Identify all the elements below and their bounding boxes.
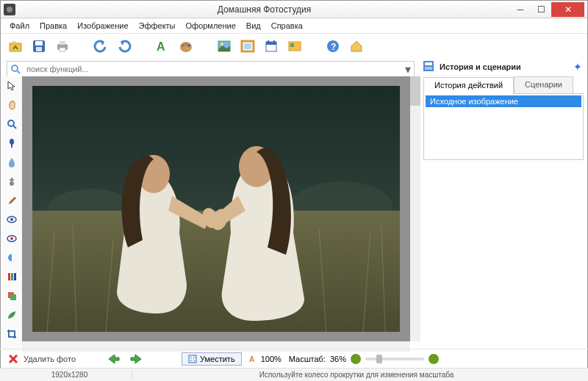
menubar: Файл Правка Изображение Эффекты Оформлен… <box>1 18 587 33</box>
svg-point-27 <box>12 65 18 71</box>
menu-file[interactable]: Файл <box>5 20 34 32</box>
dropper-icon[interactable] <box>5 137 18 150</box>
home-icon[interactable] <box>348 37 365 55</box>
menu-view[interactable]: Вид <box>242 20 265 32</box>
svg-point-32 <box>8 120 14 126</box>
search-box: ▾ <box>7 61 415 77</box>
calendar-icon[interactable] <box>262 37 280 55</box>
status-bar: 1920x1280 Используйте колесо прокрутки д… <box>0 368 588 381</box>
zoom-slider[interactable] <box>365 358 424 360</box>
canvas-area <box>22 76 420 352</box>
svg-rect-4 <box>35 41 43 46</box>
scale-label: Масштаб: <box>289 355 326 363</box>
tab-scenarios[interactable]: Сценарии <box>514 76 573 93</box>
undo-icon[interactable] <box>92 37 110 55</box>
zoom-icon[interactable] <box>5 117 18 131</box>
menu-edit[interactable]: Правка <box>35 20 71 32</box>
menu-help[interactable]: Справка <box>267 20 307 32</box>
history-list: Исходное изображение <box>423 94 584 160</box>
layers-icon[interactable] <box>5 289 18 302</box>
zoom-in-icon[interactable] <box>429 354 439 364</box>
bottom-toolbar: Удалить фото Уместить A 100% Масштаб: 36… <box>0 349 588 368</box>
fit-label: Уместить <box>200 355 235 363</box>
delete-photo-button[interactable]: Удалить фото <box>7 353 76 365</box>
photo-canvas[interactable] <box>32 86 400 332</box>
svg-rect-46 <box>14 273 16 280</box>
redo-icon[interactable] <box>115 37 133 55</box>
svg-point-11 <box>182 44 184 46</box>
svg-text:A: A <box>249 355 254 363</box>
window-title: Домашняя Фотостудия <box>18 4 510 15</box>
svg-rect-38 <box>10 179 14 181</box>
minimize-button[interactable]: ─ <box>510 2 531 17</box>
status-dimensions: 1920x1280 <box>7 371 132 379</box>
status-hint: Используйте колесо прокрутки для изменен… <box>132 371 581 379</box>
crop-icon[interactable] <box>5 327 18 341</box>
fit-button[interactable]: Уместить <box>182 352 242 366</box>
svg-point-12 <box>185 43 187 45</box>
clone-icon[interactable] <box>5 175 18 188</box>
card-icon[interactable] <box>286 37 304 55</box>
blur-icon[interactable] <box>5 156 18 169</box>
next-arrow-icon[interactable] <box>129 351 145 367</box>
svg-text:A: A <box>157 40 165 53</box>
zoom-100-label: 100% <box>261 355 282 363</box>
expand-icon[interactable]: ✦ <box>573 61 582 73</box>
history-panel-icon <box>423 61 435 73</box>
search-input[interactable] <box>24 65 402 73</box>
app-icon <box>4 4 15 15</box>
open-icon[interactable] <box>7 37 24 55</box>
search-icon <box>7 64 24 74</box>
close-button[interactable]: ✕ <box>551 2 584 17</box>
palette-icon[interactable] <box>177 37 195 55</box>
right-panel-header: История и сценарии ✦ <box>423 59 582 75</box>
print-icon[interactable] <box>54 37 71 55</box>
svg-rect-30 <box>425 62 432 65</box>
svg-line-33 <box>13 126 16 128</box>
right-tabs: История действий Сценарии <box>423 76 584 94</box>
search-dropdown-icon[interactable]: ▾ <box>402 62 414 76</box>
svg-rect-31 <box>425 67 432 70</box>
menu-design[interactable]: Оформление <box>182 20 240 32</box>
help-icon[interactable]: ? <box>324 37 342 55</box>
svg-text:?: ? <box>331 42 336 52</box>
history-item[interactable]: Исходное изображение <box>426 95 581 107</box>
eye-icon[interactable] <box>5 213 18 226</box>
zoom-controls: Масштаб: 36% <box>289 354 439 364</box>
svg-rect-5 <box>36 47 42 51</box>
prev-arrow-icon[interactable] <box>105 351 121 367</box>
levels-icon[interactable] <box>5 270 18 283</box>
left-toolbar <box>1 76 22 352</box>
svg-point-34 <box>10 139 14 145</box>
leaf-icon[interactable] <box>5 308 18 322</box>
redeye-icon[interactable] <box>5 232 18 245</box>
menu-image[interactable]: Изображение <box>73 20 132 32</box>
svg-rect-7 <box>60 41 65 45</box>
text-icon[interactable]: A <box>154 37 171 55</box>
menu-effects[interactable]: Эффекты <box>135 20 180 32</box>
zoom-out-icon[interactable] <box>351 354 361 364</box>
pointer-icon[interactable] <box>5 79 18 92</box>
svg-rect-63 <box>189 355 196 363</box>
delete-photo-label: Удалить фото <box>24 355 76 363</box>
zoom-100-button[interactable]: A 100% <box>249 355 282 363</box>
svg-rect-8 <box>60 48 65 51</box>
picture-icon[interactable] <box>215 37 233 55</box>
lighten-icon[interactable] <box>5 251 18 264</box>
frame-icon[interactable] <box>239 37 257 55</box>
save-icon[interactable] <box>30 37 48 55</box>
brush-icon[interactable] <box>5 194 18 207</box>
svg-line-28 <box>17 70 20 73</box>
right-panel-title: История и сценарии <box>440 62 573 71</box>
maximize-button[interactable]: ☐ <box>531 2 551 17</box>
main-toolbar: A ? <box>1 33 587 58</box>
main-body: История действий Сценарии Исходное изобр… <box>1 76 587 352</box>
scale-value: 36% <box>330 355 346 363</box>
vertical-scrollbar[interactable] <box>410 76 420 341</box>
hand-icon[interactable] <box>5 98 18 112</box>
tab-history[interactable]: История действий <box>423 77 514 94</box>
svg-point-14 <box>187 47 190 49</box>
svg-rect-18 <box>244 43 251 49</box>
svg-point-16 <box>220 43 223 46</box>
titlebar: Домашняя Фотостудия ─ ☐ ✕ <box>1 1 587 18</box>
